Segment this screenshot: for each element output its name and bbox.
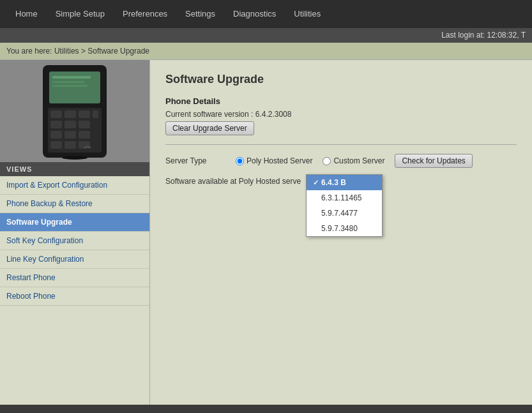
svg-rect-4: [52, 85, 87, 87]
login-bar: Last login at: 12:08:32, T: [0, 28, 532, 43]
page-title: Software Upgrade: [165, 73, 517, 86]
views-section-title: VIEWS: [0, 162, 149, 176]
poly-hosted-text: Poly Hosted Server: [247, 156, 312, 165]
svg-rect-15: [79, 131, 90, 139]
svg-rect-7: [65, 110, 76, 118]
version-label-2: 5.9.7.4477: [321, 209, 358, 218]
content-area: Software Upgrade Phone Details Current s…: [150, 60, 532, 405]
nav-home[interactable]: Home: [6, 0, 47, 28]
custom-server-label[interactable]: Custom Server: [323, 156, 384, 165]
sidebar-item-restart-phone[interactable]: Restart Phone: [0, 269, 149, 287]
svg-rect-8: [79, 110, 90, 118]
sidebar-item-software-upgrade[interactable]: Software Upgrade: [0, 213, 149, 232]
server-type-row: Server Type Poly Hosted Server Custom Se…: [165, 154, 517, 168]
check-for-updates-button[interactable]: Check for Updates: [395, 154, 472, 168]
svg-rect-16: [50, 141, 62, 149]
sidebar-item-phone-backup[interactable]: Phone Backup & Restore: [0, 195, 149, 213]
sidebar: VIEWS Import & Export Configuration Phon…: [0, 60, 150, 405]
nav-simple-setup[interactable]: Simple Setup: [47, 0, 114, 28]
login-time: Last login at: 12:08:32, T: [441, 31, 526, 40]
svg-rect-10: [50, 121, 62, 128]
divider-1: [165, 144, 517, 145]
version-label-1: 6.3.1.11465: [321, 193, 361, 202]
sidebar-item-soft-key[interactable]: Soft Key Configuration: [0, 232, 149, 250]
sidebar-item-reboot-phone[interactable]: Reboot Phone: [0, 287, 149, 306]
svg-rect-12: [79, 121, 90, 128]
svg-rect-17: [65, 141, 76, 149]
software-available-label: Software available at Poly Hosted serve: [165, 174, 301, 186]
nav-preferences[interactable]: Preferences: [114, 0, 176, 28]
svg-rect-2: [52, 76, 91, 79]
custom-server-text: Custom Server: [333, 156, 384, 165]
version-dropdown-open[interactable]: ✓ 6.4.3 B ✓ 6.3.1.11465 ✓ 5.9.7.4477 ✓ 5…: [306, 174, 383, 237]
current-version-row: Current software version : 6.4.2.3008: [165, 110, 517, 119]
version-label-3: 5.9.7.3480: [321, 224, 358, 233]
breadcrumb: You are here: Utilities > Software Upgra…: [0, 43, 532, 60]
version-label-0: 6.4.3 B: [321, 178, 346, 187]
current-version-label: Current software version : 6.4.2.3008: [165, 110, 291, 119]
sidebar-item-line-key[interactable]: Line Key Configuration: [0, 250, 149, 269]
nav-settings[interactable]: Settings: [176, 0, 224, 28]
software-available-row: Software available at Poly Hosted serve …: [165, 174, 517, 188]
poly-hosted-label[interactable]: Poly Hosted Server: [236, 156, 312, 165]
sidebar-item-import-export[interactable]: Import & Export Configuration: [0, 176, 149, 195]
nav-utilities[interactable]: Utilities: [285, 0, 330, 28]
svg-rect-11: [65, 121, 76, 128]
svg-point-19: [62, 156, 87, 160]
clear-upgrade-server-button[interactable]: Clear Upgrade Server: [165, 121, 254, 135]
phone-details-heading: Phone Details: [165, 96, 517, 106]
version-option-3[interactable]: ✓ 5.9.7.3480: [307, 221, 382, 236]
version-option-0[interactable]: ✓ 6.4.3 B: [307, 175, 382, 190]
phone-image: [36, 62, 113, 161]
nav-diagnostics[interactable]: Diagnostics: [224, 0, 285, 28]
svg-rect-3: [52, 81, 84, 83]
breadcrumb-text: You are here: Utilities > Software Upgra…: [6, 47, 149, 56]
svg-rect-14: [65, 131, 76, 139]
main-layout: VIEWS Import & Export Configuration Phon…: [0, 60, 532, 405]
phone-image-container: [0, 60, 149, 162]
server-type-label: Server Type: [165, 156, 229, 165]
poly-hosted-radio[interactable]: [236, 157, 244, 165]
svg-rect-9: [93, 110, 98, 118]
version-option-1[interactable]: ✓ 6.3.1.11465: [307, 190, 382, 206]
top-nav: Home Simple Setup Preferences Settings D…: [0, 0, 532, 28]
check-icon: ✓: [313, 179, 319, 187]
version-option-2[interactable]: ✓ 5.9.7.4477: [307, 206, 382, 221]
server-type-radio-group: Poly Hosted Server Custom Server Check f…: [236, 154, 473, 168]
svg-rect-13: [50, 131, 62, 139]
svg-rect-6: [50, 110, 62, 118]
custom-server-radio[interactable]: [323, 157, 331, 165]
